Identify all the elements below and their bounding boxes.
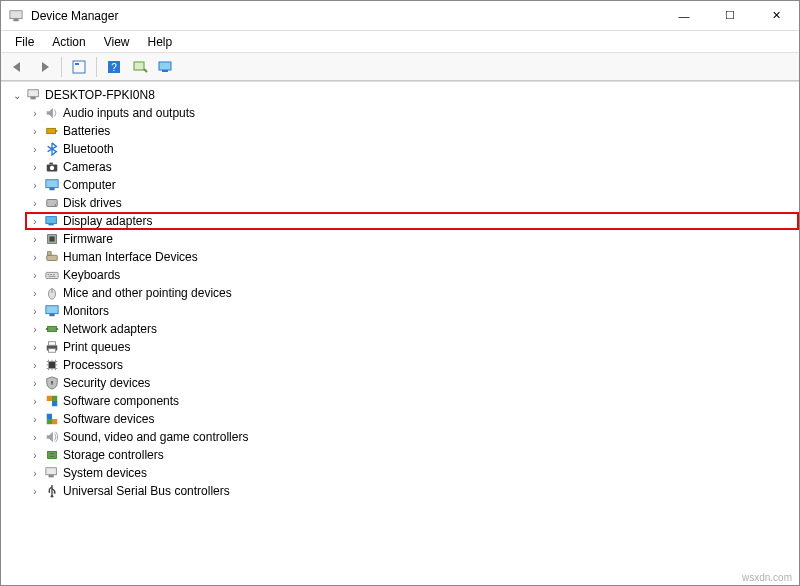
expand-icon[interactable]: › [29, 125, 41, 137]
tree-node[interactable]: ›Keyboards [27, 266, 799, 284]
tree-node[interactable]: ›Network adapters [27, 320, 799, 338]
svg-rect-10 [31, 97, 36, 100]
bluetooth-icon [44, 141, 60, 157]
svg-rect-52 [49, 456, 54, 457]
expand-icon[interactable]: › [29, 485, 41, 497]
tree-node[interactable]: ›Display adapters [25, 212, 799, 230]
svg-text:?: ? [111, 62, 117, 73]
back-button[interactable] [6, 56, 30, 78]
tree-node[interactable]: ›Cameras [27, 158, 799, 176]
help-button[interactable]: ? [102, 56, 126, 78]
tree-node[interactable]: ›System devices [27, 464, 799, 482]
close-button[interactable]: ✕ [753, 1, 799, 31]
expand-icon[interactable]: › [29, 197, 41, 209]
scan-hardware-button[interactable] [128, 56, 152, 78]
tree-node-label: Bluetooth [63, 142, 114, 156]
tree-node-label: Security devices [63, 376, 150, 390]
svg-point-56 [49, 491, 51, 493]
expand-icon[interactable]: › [29, 413, 41, 425]
expand-icon[interactable]: › [29, 431, 41, 443]
tree-node-label: Universal Serial Bus controllers [63, 484, 230, 498]
menubar: File Action View Help [1, 31, 799, 53]
expand-icon[interactable]: › [29, 161, 41, 173]
tree-node-label: Software devices [63, 412, 154, 426]
printer-icon [44, 339, 60, 355]
tree-root-label: DESKTOP-FPKI0N8 [45, 88, 155, 102]
tree-node[interactable]: ›Sound, video and game controllers [27, 428, 799, 446]
expand-icon[interactable]: › [29, 377, 41, 389]
tree-root-node[interactable]: ⌄ DESKTOP-FPKI0N8 [9, 86, 799, 104]
expand-icon[interactable]: › [29, 215, 41, 227]
expand-icon[interactable]: › [29, 467, 41, 479]
tree-node[interactable]: ›Monitors [27, 302, 799, 320]
svg-rect-29 [53, 274, 55, 275]
tree-node[interactable]: ›Security devices [27, 374, 799, 392]
tree-node[interactable]: ›Software components [27, 392, 799, 410]
maximize-button[interactable]: ☐ [707, 1, 753, 31]
expand-icon[interactable]: › [29, 395, 41, 407]
menu-view[interactable]: View [96, 33, 138, 51]
expand-icon[interactable]: › [29, 233, 41, 245]
expand-icon[interactable]: › [29, 341, 41, 353]
expand-icon[interactable]: › [29, 179, 41, 191]
tree-node[interactable]: ›Mice and other pointing devices [27, 284, 799, 302]
toolbar: ? [1, 53, 799, 81]
expand-icon[interactable]: › [29, 143, 41, 155]
tree-node-label: Disk drives [63, 196, 122, 210]
collapse-icon[interactable]: ⌄ [11, 89, 23, 101]
expand-icon[interactable]: › [29, 305, 41, 317]
expand-icon[interactable]: › [29, 359, 41, 371]
expand-icon[interactable]: › [29, 251, 41, 263]
forward-button[interactable] [32, 56, 56, 78]
svg-rect-45 [52, 401, 57, 406]
svg-rect-54 [49, 475, 54, 478]
show-hidden-devices-button[interactable] [154, 56, 178, 78]
menu-help[interactable]: Help [140, 33, 181, 51]
tree-node-label: Computer [63, 178, 116, 192]
tree-node[interactable]: ›Disk drives [27, 194, 799, 212]
tree-node[interactable]: ›Print queues [27, 338, 799, 356]
svg-rect-12 [56, 130, 58, 132]
expand-icon[interactable]: › [29, 269, 41, 281]
properties-button[interactable] [67, 56, 91, 78]
svg-rect-40 [49, 349, 56, 353]
menu-action[interactable]: Action [44, 33, 93, 51]
system-device-icon [44, 465, 60, 481]
svg-rect-15 [49, 163, 53, 165]
tree-node[interactable]: ›Computer [27, 176, 799, 194]
software-component-icon [44, 393, 60, 409]
tree-node[interactable]: ›Processors [27, 356, 799, 374]
monitor-icon [44, 303, 60, 319]
svg-rect-57 [54, 492, 56, 494]
svg-rect-49 [47, 419, 52, 424]
window-title: Device Manager [31, 9, 661, 23]
svg-rect-25 [48, 252, 52, 256]
expand-icon[interactable]: › [29, 323, 41, 335]
expand-icon[interactable]: › [29, 107, 41, 119]
tree-node-label: System devices [63, 466, 147, 480]
svg-rect-27 [48, 274, 50, 275]
svg-rect-11 [47, 128, 56, 133]
window-controls: — ☐ ✕ [661, 1, 799, 31]
svg-rect-51 [49, 453, 54, 454]
expand-icon[interactable]: › [29, 449, 41, 461]
expand-icon[interactable]: › [29, 287, 41, 299]
tree-node[interactable]: ›Storage controllers [27, 446, 799, 464]
svg-rect-28 [50, 274, 52, 275]
menu-file[interactable]: File [7, 33, 42, 51]
minimize-button[interactable]: — [661, 1, 707, 31]
tree-node[interactable]: ›Human Interface Devices [27, 248, 799, 266]
storage-controller-icon [44, 447, 60, 463]
tree-node[interactable]: ›Audio inputs and outputs [27, 104, 799, 122]
tree-node[interactable]: ›Firmware [27, 230, 799, 248]
tree-node[interactable]: ›Software devices [27, 410, 799, 428]
svg-rect-37 [56, 328, 58, 330]
svg-rect-17 [49, 188, 54, 191]
tree-node[interactable]: ›Bluetooth [27, 140, 799, 158]
device-tree[interactable]: ⌄ DESKTOP-FPKI0N8 ›Audio inputs and outp… [1, 81, 799, 569]
tree-node[interactable]: ›Universal Serial Bus controllers [27, 482, 799, 500]
battery-icon [44, 123, 60, 139]
tree-node-label: Sound, video and game controllers [63, 430, 248, 444]
tree-node[interactable]: ›Batteries [27, 122, 799, 140]
tree-node-label: Monitors [63, 304, 109, 318]
